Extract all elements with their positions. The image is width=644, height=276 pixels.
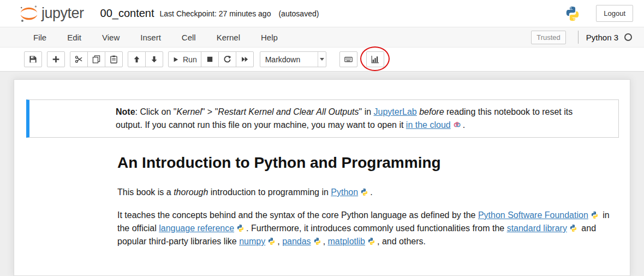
python-icon [360, 188, 368, 196]
run-icon [172, 56, 179, 63]
para-text: . Furthermore, it introduces commonly us… [246, 224, 507, 233]
italic-thorough: thorough [174, 187, 208, 197]
para-text: , [277, 237, 282, 246]
menu-view[interactable]: View [92, 27, 130, 48]
para-text: , and others. [377, 237, 426, 246]
jupyterlab-link[interactable]: JupyterLab [374, 107, 417, 116]
para-text: It teaches the concepts behind and the s… [117, 210, 478, 220]
intro-paragraph: This book is a thorough introduction to … [117, 186, 612, 199]
cut-button[interactable] [70, 51, 88, 67]
jupyter-logo-icon [20, 4, 38, 23]
interrupt-kernel-button[interactable] [201, 51, 219, 67]
dropdown-caret-icon [318, 52, 326, 67]
copy-icon [92, 55, 100, 63]
notebook-title[interactable]: 00_content [100, 7, 154, 20]
notebook-header: jupyter 00_content Last Checkpoint: 27 m… [0, 0, 644, 27]
stop-icon [206, 55, 214, 63]
note-italic-restart: Restart Kernel and Clear All Outputs [218, 107, 359, 116]
python-icon [313, 237, 321, 245]
kernel-name: Python 3 [586, 33, 618, 42]
paste-button[interactable] [105, 51, 123, 67]
cell-type-dropdown[interactable]: Markdown [260, 51, 326, 67]
python-icon [236, 224, 245, 232]
note-label: Note [116, 107, 135, 116]
menu-kernel[interactable]: Kernel [206, 27, 251, 48]
python-icon [569, 224, 577, 232]
python-icon [367, 237, 375, 245]
cloud-link[interactable]: in the cloud [406, 120, 451, 130]
keyboard-icon [344, 55, 353, 63]
jupyter-logo-link[interactable]: jupyter [20, 4, 84, 23]
trusted-badge[interactable]: Trusted [531, 31, 566, 44]
note-text: : Click on " [135, 107, 177, 116]
note-text: " in [359, 107, 374, 116]
python-link[interactable]: Python [331, 187, 358, 197]
para-text: This book is a [117, 187, 174, 197]
jupyter-wordmark: jupyter [41, 5, 84, 22]
markdown-cell: An Introduction to Python and Programmin… [117, 156, 612, 248]
kernel-idle-indicator-icon [624, 33, 632, 41]
note-text: . [463, 120, 465, 130]
cell-type-value: Markdown [260, 55, 318, 64]
save-icon [29, 55, 37, 63]
note-alert-cell: Note: Click on "Kernel" > "Restart Kerne… [26, 99, 619, 138]
restart-kernel-button[interactable] [218, 51, 236, 67]
restart-run-all-button[interactable] [236, 51, 254, 67]
menu-cell[interactable]: Cell [171, 27, 206, 48]
run-button[interactable]: Run [168, 51, 201, 67]
menu-file[interactable]: File [23, 27, 57, 48]
notebook-site: Note: Click on "Kernel" > "Restart Kerne… [0, 72, 644, 276]
python-icon [267, 237, 276, 245]
autosave-status: (autosaved) [278, 9, 319, 18]
menubar: File Edit View Insert Cell Kernel Help T… [0, 27, 644, 48]
bar-chart-button[interactable] [366, 51, 384, 67]
restart-icon [223, 55, 231, 63]
menubar-separator [578, 31, 579, 44]
fast-forward-icon [241, 55, 249, 63]
python-icon [591, 211, 599, 219]
numpy-link[interactable]: numpy [239, 237, 265, 246]
para-text: , [323, 237, 328, 246]
para-text: . [370, 187, 372, 197]
teaches-paragraph: It teaches the concepts behind and the s… [117, 209, 612, 248]
psf-link[interactable]: Python Software Foundation [478, 210, 588, 220]
copy-button[interactable] [87, 51, 105, 67]
standard-library-link[interactable]: standard library [507, 224, 567, 233]
checkpoint-status: Last Checkpoint: 27 minutes ago [160, 9, 271, 18]
run-label: Run [183, 55, 197, 64]
note-text: " > " [202, 107, 218, 116]
paste-icon [110, 55, 118, 63]
binder-icon [453, 121, 461, 129]
move-cell-up-button[interactable] [128, 51, 146, 67]
python-logo-icon [564, 5, 581, 22]
para-text: introduction to programming in [208, 187, 331, 197]
move-down-icon [150, 55, 158, 63]
menu-edit[interactable]: Edit [57, 27, 92, 48]
save-button[interactable] [24, 51, 42, 67]
notebook-page: Note: Click on "Kernel" > "Restart Kerne… [14, 79, 630, 276]
logout-button[interactable]: Logout [596, 5, 633, 22]
add-cell-icon [52, 55, 60, 63]
menu-help[interactable]: Help [251, 27, 288, 48]
move-up-icon [133, 55, 141, 63]
move-cell-down-button[interactable] [145, 51, 163, 67]
cut-icon [75, 55, 83, 63]
toolbar: Run Markdown [0, 48, 644, 72]
menu-insert[interactable]: Insert [130, 27, 171, 48]
note-italic-kernel: Kernel [176, 107, 201, 116]
page-title: An Introduction to Python and Programmin… [117, 156, 612, 169]
add-cell-button[interactable] [47, 51, 65, 67]
matplotlib-link[interactable]: matplotlib [328, 237, 365, 246]
bar-chart-icon [371, 55, 379, 63]
language-reference-link[interactable]: language reference [159, 224, 234, 233]
pandas-link[interactable]: pandas [282, 237, 311, 246]
command-palette-button[interactable] [339, 51, 357, 67]
note-italic-before: before [419, 107, 444, 116]
